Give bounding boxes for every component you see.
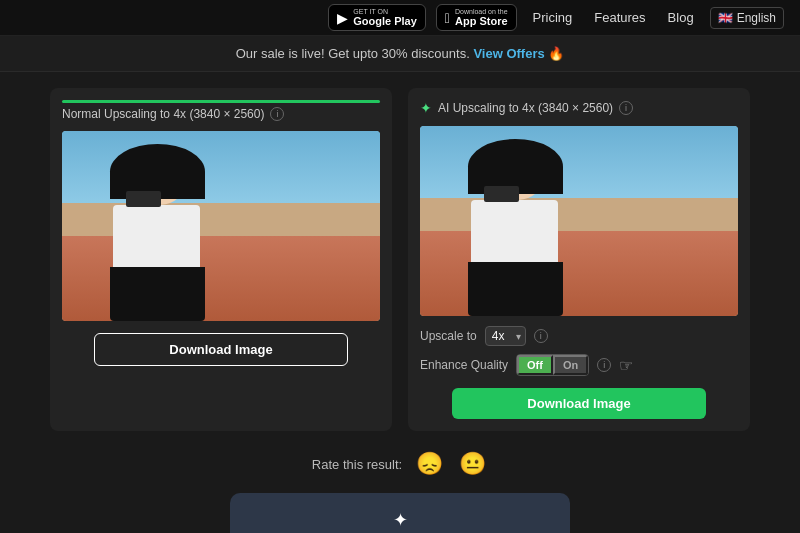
ai-download-button[interactable]: Download Image — [452, 388, 706, 419]
rating-bad-button[interactable]: 😞 — [414, 449, 445, 479]
ai-skirt-shape — [468, 262, 563, 316]
ai-image-container — [420, 126, 738, 316]
normal-photo-scene — [62, 131, 380, 321]
navbar: ▶ GET IT ON Google Play  Download on th… — [0, 0, 800, 36]
rating-neutral-button[interactable]: 😐 — [457, 449, 488, 479]
enhance-toggle: Off On — [516, 354, 589, 376]
cursor-icon: ☞ — [619, 356, 633, 375]
ai-camera-shape — [484, 186, 519, 202]
ai-title-text: AI Upscaling to 4x (3840 × 2560) — [438, 101, 613, 115]
apple-icon:  — [445, 10, 450, 26]
google-play-top: GET IT ON — [353, 8, 417, 16]
normal-download-button[interactable]: Download Image — [94, 333, 348, 366]
promo-text: Our sale is live! Get upto 30% discounts… — [236, 46, 470, 61]
normal-title-text: Normal Upscaling to 4x (3840 × 2560) — [62, 107, 264, 121]
camera-shape — [126, 191, 161, 207]
pricing-link[interactable]: Pricing — [527, 6, 579, 29]
tab-indicator — [62, 100, 380, 103]
ai-panel-controls: Upscale to 4x 2x 8x i Enhance Quality Of… — [420, 326, 738, 376]
promo-icon: ✦ — [250, 509, 550, 531]
upscale-control: Upscale to 4x 2x 8x i — [420, 326, 548, 346]
normal-upscaling-panel: Normal Upscaling to 4x (3840 × 2560) i — [50, 88, 392, 431]
app-store-top: Download on the — [455, 8, 508, 16]
ai-sparkle-icon: ✦ — [420, 100, 432, 116]
rating-label: Rate this result: — [312, 457, 402, 472]
rating-section: Rate this result: 😞 😐 — [50, 449, 750, 479]
ai-upscaling-panel: ✦ AI Upscaling to 4x (3840 × 2560) i — [408, 88, 750, 431]
view-offers-link[interactable]: View Offers — [473, 46, 544, 61]
app-store-bottom: App Store — [455, 15, 508, 27]
blog-link[interactable]: Blog — [662, 6, 700, 29]
fire-emoji: 🔥 — [548, 46, 564, 61]
normal-info-icon[interactable]: i — [270, 107, 284, 121]
google-play-bottom: Google Play — [353, 15, 417, 27]
flag-icon: 🇬🇧 — [718, 11, 733, 25]
main-content: Normal Upscaling to 4x (3840 × 2560) i — [0, 72, 800, 533]
features-link[interactable]: Features — [588, 6, 651, 29]
comparison-panels: Normal Upscaling to 4x (3840 × 2560) i — [50, 88, 750, 431]
language-label: English — [737, 11, 776, 25]
upscale-select[interactable]: 4x 2x 8x — [485, 326, 526, 346]
ai-panel-title: ✦ AI Upscaling to 4x (3840 × 2560) i — [420, 100, 738, 116]
enhance-info-icon[interactable]: i — [597, 358, 611, 372]
enhance-control: Enhance Quality Off On i — [420, 354, 611, 376]
ai-photo-scene — [420, 126, 738, 316]
upscale-select-wrapper: 4x 2x 8x — [485, 326, 526, 346]
enhance-on-button[interactable]: On — [553, 355, 588, 375]
skirt-shape — [110, 267, 205, 321]
person-figure — [78, 141, 237, 322]
app-store-badge[interactable]:  Download on the App Store — [436, 4, 517, 32]
enhance-off-button[interactable]: Off — [517, 355, 553, 375]
google-play-icon: ▶ — [337, 10, 348, 26]
upscale-label: Upscale to — [420, 329, 477, 343]
ai-person-figure — [436, 136, 595, 317]
bulk-promo-box: ✦ Want to Upscale Images in bulk? Get Ea… — [230, 493, 570, 533]
ai-info-icon[interactable]: i — [619, 101, 633, 115]
enhance-label: Enhance Quality — [420, 358, 508, 372]
normal-image-container — [62, 131, 380, 321]
normal-panel-title: Normal Upscaling to 4x (3840 × 2560) i — [62, 107, 380, 121]
language-selector[interactable]: 🇬🇧 English — [710, 7, 784, 29]
upscale-info-icon[interactable]: i — [534, 329, 548, 343]
google-play-badge[interactable]: ▶ GET IT ON Google Play — [328, 4, 426, 32]
promo-banner: Our sale is live! Get upto 30% discounts… — [0, 36, 800, 72]
